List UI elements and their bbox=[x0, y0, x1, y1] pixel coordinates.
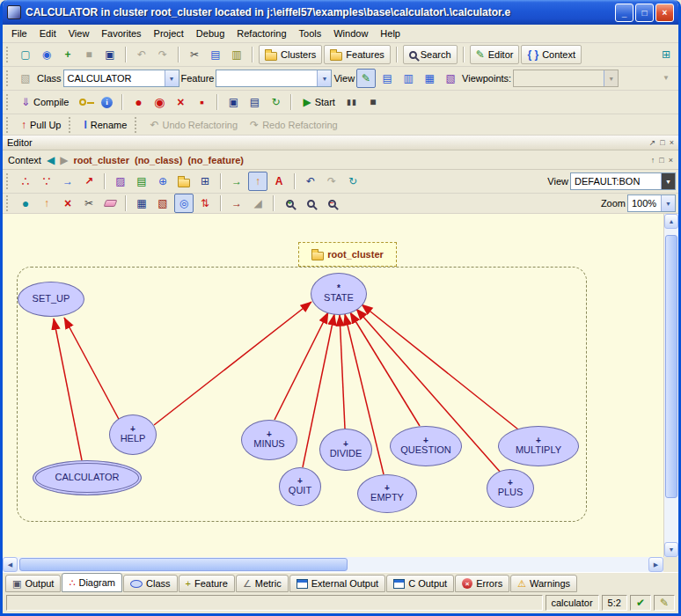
force-layout-icon[interactable]: ◎ bbox=[174, 194, 194, 213]
class-node-question[interactable]: +QUESTION bbox=[390, 426, 462, 466]
menu-debug[interactable]: Debug bbox=[191, 26, 230, 40]
tab-metric[interactable]: ∠Metric bbox=[236, 575, 289, 592]
maximize-button[interactable]: □ bbox=[635, 4, 654, 22]
tab-external-output[interactable]: External Output bbox=[289, 575, 385, 592]
show-suppliers-icon[interactable]: → bbox=[227, 194, 246, 213]
pause-button[interactable]: ▮▮ bbox=[342, 92, 362, 112]
search-button[interactable]: Search bbox=[403, 45, 458, 64]
contract-view-icon[interactable]: ▥ bbox=[399, 69, 418, 88]
diagram-view-combobox[interactable]: DEFAULT:BON▼ bbox=[570, 172, 676, 190]
new-window-icon[interactable]: ▢ bbox=[16, 45, 35, 64]
breadcrumb-cluster[interactable]: root_cluster bbox=[73, 155, 129, 165]
scroll-left-button[interactable]: ◀ bbox=[3, 557, 18, 572]
go-to-icon[interactable]: → bbox=[227, 172, 246, 191]
dropdown-arrow-icon[interactable]: ▼ bbox=[661, 173, 675, 189]
class-node-calculator[interactable]: CALCULATOR bbox=[33, 460, 142, 495]
rename-button[interactable]: IRename bbox=[78, 115, 132, 135]
tab-diagram[interactable]: ∴Diagram bbox=[62, 573, 122, 592]
zoom-fit-icon[interactable] bbox=[301, 194, 320, 213]
flat-view-icon[interactable]: ▦ bbox=[420, 69, 439, 88]
start-button[interactable]: ▶Start bbox=[297, 92, 340, 112]
open-file-icon[interactable]: ◉ bbox=[37, 45, 56, 64]
history-icon[interactable]: ● bbox=[16, 194, 35, 213]
editor-button[interactable]: ✎Editor bbox=[470, 45, 520, 64]
class-node-divide[interactable]: +DIVIDE bbox=[319, 429, 372, 471]
new-folder-icon[interactable] bbox=[174, 172, 194, 191]
tab-feature[interactable]: +Feature bbox=[179, 575, 235, 592]
text-tool-icon[interactable]: A bbox=[269, 172, 289, 191]
menu-window[interactable]: Window bbox=[328, 26, 373, 40]
toolbar-grip[interactable] bbox=[135, 117, 139, 133]
menu-tools[interactable]: Tools bbox=[294, 26, 327, 40]
toolbar-grip[interactable] bbox=[6, 117, 11, 133]
restart-icon[interactable]: ↻ bbox=[266, 92, 285, 112]
zoom-combobox[interactable]: 100%▼ bbox=[627, 194, 676, 212]
put-class-icon[interactable]: ↑ bbox=[248, 172, 267, 191]
back-icon[interactable]: ◀ bbox=[47, 155, 55, 165]
diagram-canvas[interactable]: root_cluster SET_UP*STATE+HELPCALCULATOR… bbox=[3, 214, 663, 557]
promote-panel-icon[interactable]: ↑ bbox=[651, 156, 655, 165]
menu-help[interactable]: Help bbox=[375, 26, 406, 40]
tab-warnings[interactable]: ⚠Warnings bbox=[510, 575, 577, 592]
menu-edit[interactable]: Edit bbox=[34, 26, 62, 40]
zoom-in-icon[interactable] bbox=[280, 194, 299, 213]
pull-up-button[interactable]: ↑Pull Up bbox=[16, 115, 66, 135]
debug-attach-icon[interactable]: ◉ bbox=[150, 92, 169, 112]
print-icon[interactable]: ▤ bbox=[132, 172, 151, 191]
project-info-icon[interactable]: i bbox=[97, 92, 116, 112]
class-node-set_up[interactable]: SET_UP bbox=[18, 282, 84, 317]
close-panel-icon[interactable]: × bbox=[670, 138, 674, 147]
tab-output[interactable]: ▣Output bbox=[5, 575, 61, 592]
class-node-multiply[interactable]: +MULTIPLY bbox=[498, 426, 579, 466]
menu-favorites[interactable]: Favorites bbox=[96, 26, 146, 40]
windows-icon[interactable]: ⊞ bbox=[195, 172, 215, 191]
freeze-icon[interactable] bbox=[76, 92, 95, 112]
save-icon[interactable]: ▣ bbox=[100, 45, 120, 64]
show-clients-icon[interactable]: ◢ bbox=[248, 194, 267, 213]
delete-icon[interactable]: × bbox=[58, 194, 77, 213]
toolbar-grip[interactable] bbox=[6, 195, 11, 211]
eraser-icon[interactable] bbox=[100, 194, 120, 213]
dropdown-arrow-icon[interactable]: ▼ bbox=[317, 70, 331, 86]
debug-window-icon[interactable]: ▣ bbox=[223, 92, 243, 112]
toolbar-grip[interactable] bbox=[6, 70, 11, 86]
paste-icon[interactable]: ▥ bbox=[227, 45, 246, 64]
grid-layout-icon[interactable]: ▦ bbox=[132, 194, 151, 213]
stop-button[interactable]: ■ bbox=[363, 92, 383, 112]
export-image-icon[interactable]: ▨ bbox=[111, 172, 130, 191]
class-node-empty[interactable]: +EMPTY bbox=[357, 474, 417, 513]
class-node-plus[interactable]: +PLUS bbox=[487, 469, 534, 508]
cluster-label[interactable]: root_cluster bbox=[298, 242, 397, 267]
add-node-icon[interactable]: ↑ bbox=[37, 194, 56, 213]
menu-view[interactable]: View bbox=[63, 26, 95, 40]
dropdown-arrow-icon[interactable]: ▼ bbox=[661, 195, 675, 211]
cut-icon[interactable]: ✂ bbox=[185, 45, 204, 64]
close-button[interactable]: × bbox=[655, 4, 674, 22]
toolbar-grip[interactable] bbox=[6, 94, 11, 110]
tree-layout-icon[interactable]: ▧ bbox=[153, 194, 172, 213]
class-combobox[interactable]: CALCULATOR▼ bbox=[63, 70, 179, 87]
vertical-scroll-thumb[interactable] bbox=[665, 235, 677, 498]
tab-errors[interactable]: ×Errors bbox=[455, 575, 509, 592]
remove-link-icon[interactable]: ✂ bbox=[79, 194, 99, 213]
horizontal-scroll-thumb[interactable] bbox=[19, 558, 348, 571]
bon-cluster-tool-icon[interactable]: ∵ bbox=[37, 172, 56, 191]
close-panel-icon[interactable]: × bbox=[669, 156, 673, 165]
menu-refactoring[interactable]: Refactoring bbox=[231, 26, 291, 40]
copy-icon[interactable]: ▤ bbox=[206, 45, 225, 64]
titlebar[interactable]: CALCULATOR in cluster root_cluster locat… bbox=[3, 0, 678, 25]
client-supplier-link-icon[interactable]: → bbox=[58, 172, 77, 191]
horizontal-scrollbar[interactable]: ◀ ▶ bbox=[3, 557, 663, 572]
bon-class-tool-icon[interactable]: ∴ bbox=[16, 172, 35, 191]
toolbar-grip[interactable] bbox=[6, 47, 11, 62]
clusters-button[interactable]: Clusters bbox=[259, 45, 322, 64]
scroll-up-button[interactable]: ▲ bbox=[664, 214, 678, 229]
feature-combobox[interactable]: ▼ bbox=[216, 70, 332, 87]
basic-text-view-icon[interactable]: ✎ bbox=[356, 69, 376, 88]
debug-stop-icon[interactable]: × bbox=[171, 92, 190, 112]
dock-panel-icon[interactable]: □ bbox=[659, 156, 663, 165]
scroll-down-button[interactable]: ▼ bbox=[664, 542, 678, 557]
web-link-icon[interactable]: ⊕ bbox=[153, 172, 172, 191]
menu-project[interactable]: Project bbox=[149, 26, 189, 40]
interface-view-icon[interactable]: ▧ bbox=[441, 69, 460, 88]
